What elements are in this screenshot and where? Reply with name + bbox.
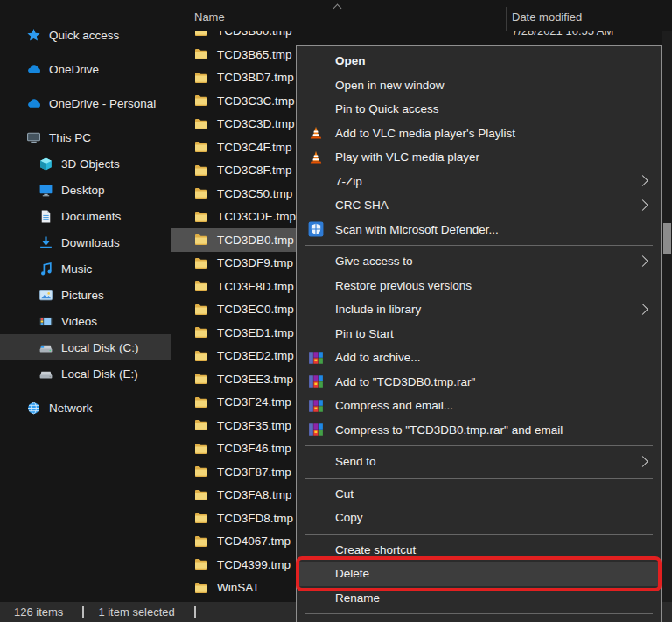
context-menu-item-crc-sha[interactable]: CRC SHA bbox=[297, 193, 661, 218]
column-divider[interactable] bbox=[506, 7, 507, 31]
folder-icon bbox=[194, 47, 208, 61]
submenu-chevron-icon bbox=[637, 175, 648, 186]
context-menu-item-open-in-new-window[interactable]: Open in new window bbox=[297, 73, 661, 98]
menu-item-label: Scan with Microsoft Defender... bbox=[335, 223, 499, 236]
sidebar-item-label: Pictures bbox=[61, 289, 104, 302]
submenu-chevron-icon bbox=[637, 456, 648, 467]
column-header-date-modified[interactable]: Date modified bbox=[512, 10, 582, 24]
file-name: TCD3ED1.tmp bbox=[217, 326, 294, 339]
context-menu-item-add-to-tcd3db0-tmp-rar[interactable]: Add to "TCD3DB0.tmp.rar" bbox=[297, 370, 661, 395]
sidebar-item-label: Videos bbox=[61, 315, 97, 328]
context-menu-item-create-shortcut[interactable]: Create shortcut bbox=[297, 538, 661, 563]
file-name: TCD3EE3.tmp bbox=[217, 373, 293, 386]
context-menu-item-pin-to-quick-access[interactable]: Pin to Quick access bbox=[297, 97, 661, 122]
sidebar-item-quick-access[interactable]: Quick access bbox=[0, 22, 172, 48]
drive-icon bbox=[38, 367, 53, 381]
sidebar: Quick accessOneDriveOneDrive - PersonalT… bbox=[0, 0, 172, 602]
menu-separator bbox=[304, 478, 653, 479]
sidebar-item-local-disk-c[interactable]: Local Disk (C:) bbox=[0, 334, 172, 360]
pictures-icon bbox=[38, 288, 53, 303]
column-header-name[interactable]: Name bbox=[194, 10, 225, 24]
sidebar-item-onedrive[interactable]: OneDrive bbox=[0, 56, 172, 82]
menu-item-label: Include in library bbox=[335, 303, 421, 316]
file-name: TCD4067.tmp bbox=[217, 535, 290, 548]
vertical-scrollbar[interactable] bbox=[662, 31, 672, 602]
column-header-row: Name Date modified bbox=[172, 5, 672, 30]
folder-icon bbox=[194, 31, 208, 38]
sidebar-item-label: Local Disk (E:) bbox=[61, 367, 138, 381]
sidebar-item-label: OneDrive - Personal bbox=[49, 97, 156, 110]
sidebar-item-downloads[interactable]: Downloads bbox=[0, 229, 172, 255]
folder-icon bbox=[194, 186, 208, 200]
context-menu-item-add-to-vlc-media-player-s-playlist[interactable]: Add to VLC media player's Playlist bbox=[297, 122, 661, 146]
file-row-partial[interactable]: TCD3B60.tmp 7/28/2021 10:55 AM bbox=[172, 31, 672, 43]
menu-item-label: Play with VLC media player bbox=[335, 150, 480, 164]
sidebar-item-network[interactable]: Network bbox=[0, 395, 172, 421]
network-globe-icon bbox=[26, 401, 41, 416]
file-name: WinSAT bbox=[217, 581, 260, 594]
submenu-chevron-icon bbox=[637, 255, 648, 267]
folder-icon bbox=[194, 581, 208, 595]
sidebar-item-label: 3D Objects bbox=[61, 157, 120, 171]
menu-separator bbox=[304, 245, 653, 246]
folder-icon bbox=[194, 71, 208, 85]
context-menu-item-play-with-vlc-media-player[interactable]: Play with VLC media player bbox=[297, 145, 661, 170]
sidebar-item-onedrive-personal[interactable]: OneDrive - Personal bbox=[0, 90, 172, 116]
menu-item-label: Open bbox=[335, 54, 366, 67]
file-date-modified: 7/28/2021 10:55 AM bbox=[512, 31, 613, 38]
menu-item-label: CRC SHA bbox=[335, 199, 388, 212]
scrollbar-thumb[interactable] bbox=[663, 223, 671, 254]
menu-item-label: Cut bbox=[335, 487, 354, 500]
context-menu-item-rename[interactable]: Rename bbox=[297, 586, 661, 611]
file-name: TCD3C4F.tmp bbox=[217, 141, 292, 154]
context-menu-item-copy[interactable]: Copy bbox=[297, 506, 661, 530]
menu-separator bbox=[304, 613, 653, 614]
sidebar-item-videos[interactable]: Videos bbox=[0, 308, 172, 334]
menu-item-label: Send to bbox=[335, 455, 376, 468]
context-menu-item-delete[interactable]: Delete bbox=[297, 562, 661, 586]
file-name: TCD3B60.tmp bbox=[217, 31, 292, 38]
menu-item-label: 7-Zip bbox=[335, 175, 362, 188]
context-menu-item-give-access-to[interactable]: Give access to bbox=[297, 249, 661, 274]
file-name: TCD3BD7.tmp bbox=[217, 71, 294, 84]
context-menu-item-compress-and-email[interactable]: Compress and email... bbox=[297, 394, 661, 418]
file-name: TCD3B65.tmp bbox=[217, 48, 292, 61]
menu-item-label: Compress and email... bbox=[335, 399, 453, 412]
context-menu-item-send-to[interactable]: Send to bbox=[297, 450, 661, 474]
file-name: TCD4399.tmp bbox=[217, 558, 290, 571]
folder-icon bbox=[194, 233, 208, 247]
context-menu-item-compress-to-tcd3db0-tmp-rar-and-email[interactable]: Compress to "TCD3DB0.tmp.rar" and email bbox=[297, 418, 661, 443]
sidebar-item-label: Quick access bbox=[49, 29, 119, 42]
context-menu-item-add-to-archive[interactable]: Add to archive... bbox=[297, 346, 661, 370]
context-menu-item-cut[interactable]: Cut bbox=[297, 482, 661, 507]
file-name: TCD3DF9.tmp bbox=[217, 256, 293, 269]
sidebar-item-music[interactable]: Music bbox=[0, 255, 172, 282]
folder-icon bbox=[194, 372, 208, 386]
sidebar-item-local-disk-e[interactable]: Local Disk (E:) bbox=[0, 360, 172, 387]
context-menu-item-pin-to-start[interactable]: Pin to Start bbox=[297, 322, 661, 346]
folder-icon bbox=[194, 349, 208, 363]
sidebar-item-documents[interactable]: Documents bbox=[0, 203, 172, 229]
sidebar-item-desktop[interactable]: Desktop bbox=[0, 177, 172, 203]
context-menu-item-restore-previous-versions[interactable]: Restore previous versions bbox=[297, 274, 661, 298]
context-menu-item-scan-with-microsoft-defender[interactable]: Scan with Microsoft Defender... bbox=[297, 218, 661, 242]
menu-item-label: Give access to bbox=[335, 255, 413, 268]
winrar-icon bbox=[297, 374, 335, 389]
context-menu-item-open[interactable]: Open bbox=[297, 49, 661, 73]
videos-icon bbox=[38, 314, 53, 329]
folder-icon bbox=[194, 535, 208, 549]
sidebar-item-label: Network bbox=[49, 402, 93, 415]
sidebar-item-pictures[interactable]: Pictures bbox=[0, 282, 172, 308]
file-name: TCD3FA8.tmp bbox=[217, 488, 292, 501]
menu-item-label: Pin to Start bbox=[335, 327, 394, 340]
sidebar-item-this-pc[interactable]: This PC bbox=[0, 124, 172, 150]
context-menu-item-7-zip[interactable]: 7-Zip bbox=[297, 170, 661, 194]
submenu-chevron-icon bbox=[637, 199, 648, 211]
sidebar-item-label: Downloads bbox=[61, 236, 120, 249]
context-menu-item-include-in-library[interactable]: Include in library bbox=[297, 297, 661, 322]
sidebar-item-3d-objects[interactable]: 3D Objects bbox=[0, 150, 172, 177]
sidebar-item-label: Music bbox=[61, 262, 92, 276]
folder-icon bbox=[194, 279, 208, 293]
downloads-arrow-icon bbox=[38, 235, 53, 250]
menu-item-label: Add to VLC media player's Playlist bbox=[335, 127, 515, 140]
